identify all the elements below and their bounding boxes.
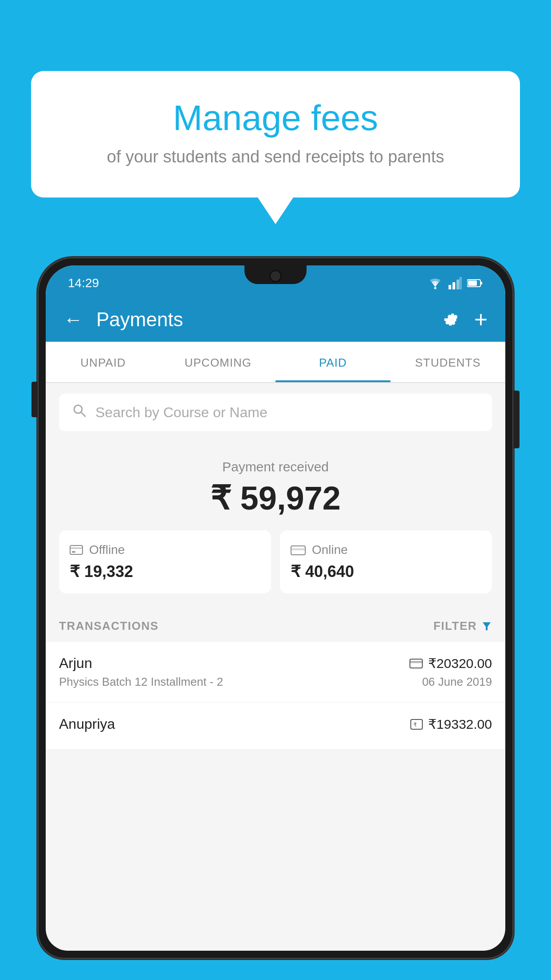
online-type-label: Online bbox=[312, 543, 348, 557]
payment-summary: Payment received ₹ 59,972 Offline bbox=[46, 442, 505, 607]
payment-cards: Offline ₹ 19,332 Online bbox=[59, 530, 492, 593]
speech-bubble-title: Manage fees bbox=[67, 98, 484, 138]
phone-container: 14:29 bbox=[38, 257, 513, 980]
svg-rect-16 bbox=[410, 659, 422, 668]
svg-line-9 bbox=[81, 412, 85, 416]
offline-type-label: Offline bbox=[89, 543, 125, 557]
phone-camera bbox=[269, 270, 282, 282]
transaction-amount-wrap: ₹20320.00 bbox=[409, 656, 492, 671]
online-card-header: Online bbox=[291, 543, 481, 557]
payment-total-amount: ₹ 59,972 bbox=[59, 479, 492, 517]
speech-bubble: Manage fees of your students and send re… bbox=[31, 71, 520, 198]
filter-icon bbox=[481, 621, 492, 632]
tab-paid[interactable]: PAID bbox=[276, 342, 390, 382]
transaction-date: 06 June 2019 bbox=[422, 675, 492, 689]
phone-screen: 14:29 bbox=[46, 265, 505, 951]
cash-icon-small: ₹ bbox=[410, 719, 423, 730]
transactions-header: TRANSACTIONS FILTER bbox=[46, 607, 505, 642]
offline-payment-card: Offline ₹ 19,332 bbox=[59, 530, 271, 593]
search-icon bbox=[72, 403, 87, 421]
app-header: ← Payments + bbox=[46, 297, 505, 342]
transaction-amount-wrap: ₹ ₹19332.00 bbox=[410, 716, 492, 732]
svg-rect-17 bbox=[410, 661, 422, 663]
svg-rect-7 bbox=[468, 281, 477, 286]
signal-icon bbox=[449, 277, 462, 289]
svg-rect-6 bbox=[480, 282, 482, 285]
offline-card-header: Offline bbox=[70, 543, 260, 557]
svg-rect-1 bbox=[449, 285, 451, 289]
svg-point-0 bbox=[434, 287, 437, 289]
online-amount: ₹ 40,640 bbox=[291, 562, 481, 581]
phone-outer: 14:29 bbox=[38, 257, 513, 959]
transactions-label: TRANSACTIONS bbox=[59, 619, 159, 633]
svg-rect-4 bbox=[459, 277, 462, 289]
svg-rect-10 bbox=[70, 545, 83, 554]
online-payment-card: Online ₹ 40,640 bbox=[280, 530, 492, 593]
transaction-course: Physics Batch 12 Installment - 2 bbox=[59, 675, 223, 689]
svg-text:₹: ₹ bbox=[413, 722, 417, 728]
search-container: Search by Course or Name bbox=[46, 383, 505, 442]
add-icon[interactable]: + bbox=[474, 306, 488, 333]
offline-icon bbox=[70, 544, 83, 556]
transaction-name: Arjun bbox=[59, 655, 92, 672]
transaction-item[interactable]: Arjun ₹20320.00 Physics Batch 12 Install… bbox=[46, 642, 505, 703]
speech-bubble-container: Manage fees of your students and send re… bbox=[31, 71, 520, 224]
search-bar[interactable]: Search by Course or Name bbox=[59, 394, 492, 431]
tab-unpaid[interactable]: UNPAID bbox=[46, 342, 161, 382]
search-input-placeholder: Search by Course or Name bbox=[95, 404, 268, 421]
svg-rect-2 bbox=[453, 282, 455, 289]
transaction-row1: Arjun ₹20320.00 bbox=[59, 655, 492, 672]
status-icons bbox=[427, 277, 483, 289]
svg-marker-15 bbox=[483, 622, 491, 630]
svg-rect-3 bbox=[457, 280, 459, 289]
settings-icon[interactable] bbox=[441, 310, 461, 329]
filter-button[interactable]: FILTER bbox=[433, 619, 492, 633]
phone-notch bbox=[244, 265, 307, 284]
header-title: Payments bbox=[96, 308, 428, 331]
transaction-item[interactable]: Anupriya ₹ ₹19332.00 bbox=[46, 703, 505, 750]
wifi-icon bbox=[427, 277, 443, 289]
tabs-bar: UNPAID UPCOMING PAID STUDENTS bbox=[46, 342, 505, 383]
transaction-amount: ₹19332.00 bbox=[428, 716, 492, 732]
offline-amount: ₹ 19,332 bbox=[70, 562, 260, 581]
transaction-name: Anupriya bbox=[59, 716, 115, 732]
tab-upcoming[interactable]: UPCOMING bbox=[161, 342, 276, 382]
online-icon bbox=[291, 544, 306, 556]
header-icons: + bbox=[441, 306, 488, 333]
svg-rect-14 bbox=[291, 548, 305, 550]
card-icon-small bbox=[409, 659, 423, 668]
transaction-amount: ₹20320.00 bbox=[428, 656, 492, 671]
svg-rect-12 bbox=[72, 551, 75, 553]
speech-bubble-subtitle: of your students and send receipts to pa… bbox=[67, 147, 484, 166]
speech-bubble-arrow bbox=[258, 198, 293, 224]
transaction-list: Arjun ₹20320.00 Physics Batch 12 Install… bbox=[46, 642, 505, 750]
transaction-row1: Anupriya ₹ ₹19332.00 bbox=[59, 716, 492, 732]
svg-rect-11 bbox=[70, 547, 83, 549]
transaction-row2: Physics Batch 12 Installment - 2 06 June… bbox=[59, 675, 492, 689]
status-time: 14:29 bbox=[68, 276, 99, 290]
back-button[interactable]: ← bbox=[63, 308, 83, 331]
payment-received-label: Payment received bbox=[59, 459, 492, 474]
tab-students[interactable]: STUDENTS bbox=[390, 342, 505, 382]
battery-icon bbox=[467, 279, 483, 288]
